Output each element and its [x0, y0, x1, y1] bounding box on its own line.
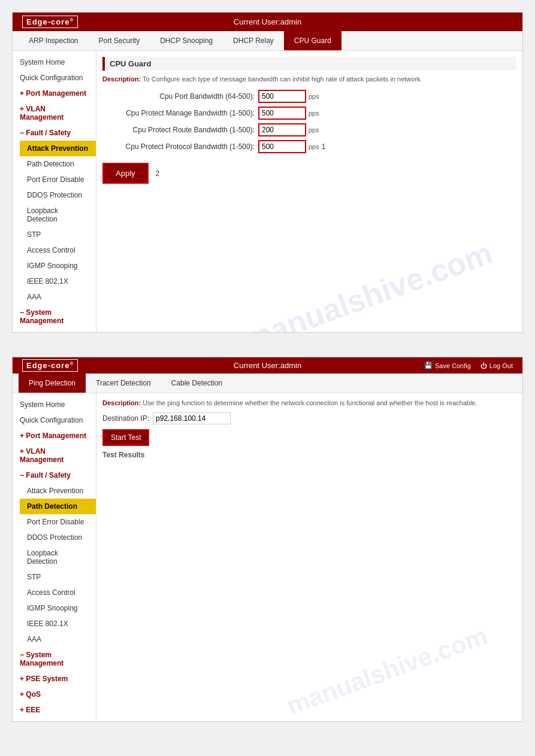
field-input-2[interactable] — [258, 123, 306, 136]
dest-ip-row: Destination IP: — [102, 412, 516, 424]
sidebar-section-fault-safety-2[interactable]: Fault / Safety — [13, 467, 96, 483]
sidebar-item-port-error-disable-1[interactable]: Port Error Disable — [20, 172, 96, 187]
log-out-label: Log Out — [489, 362, 513, 369]
sidebar-item-ieee8021x-2[interactable]: IEEE 802.1X — [20, 616, 96, 631]
tab-arp-inspection[interactable]: ARP Inspection — [19, 31, 89, 50]
logo-1: Edge-core® — [22, 16, 78, 28]
sidebar-item-igmp-snooping-1[interactable]: IGMP Snooping — [20, 258, 96, 274]
main-layout-1: System Home Quick Configuration Port Man… — [13, 51, 522, 332]
current-user-label-2: Current User: — [234, 361, 280, 370]
sidebar-item-ddos-protection-1[interactable]: DDOS Protection — [20, 187, 96, 203]
tab-port-security[interactable]: Port Security — [89, 31, 150, 50]
logo-label-2: Edge-core — [26, 361, 70, 370]
content-area-2: Description: Use the ping function to de… — [96, 393, 522, 721]
page-container: Edge-core® Current User:admin ARP Inspec… — [0, 0, 535, 756]
section-title-1: CPU Guard — [102, 57, 516, 71]
apply-button-1[interactable]: Apply — [102, 163, 149, 184]
panel-2: Edge-core® Current User:admin 💾 Save Con… — [12, 357, 523, 722]
description-text-1: To Configure each type of message bandwi… — [143, 75, 422, 83]
pd-description-text: Use the ping function to determine wheth… — [143, 399, 477, 406]
tab-dhcp-snooping[interactable]: DHCP Snooping — [150, 31, 223, 50]
sidebar-item-aaa-2[interactable]: AAA — [20, 631, 96, 647]
sidebar-item-quick-config-2[interactable]: Quick Configuration — [13, 412, 96, 428]
sidebar-item-system-home-1[interactable]: System Home — [13, 54, 96, 70]
sidebar-item-system-home-2[interactable]: System Home — [13, 397, 96, 412]
panel-1: Edge-core® Current User:admin ARP Inspec… — [12, 12, 523, 333]
field-label-2: Cpu Protect Route Bandwidth (1-500): — [102, 126, 258, 134]
sidebar-item-stp-1[interactable]: STP — [20, 227, 96, 242]
sidebar-item-stp-2[interactable]: STP — [20, 569, 96, 585]
log-out-btn[interactable]: ⏻ Log Out — [480, 362, 513, 369]
sidebar-item-quick-config-1[interactable]: Quick Configuration — [13, 70, 96, 86]
tab-ping-detection[interactable]: Ping Detection — [19, 374, 86, 393]
field-label-0: Cpu Port Bandwidth (64-500): — [102, 92, 258, 101]
sidebar-item-aaa-1[interactable]: AAA — [20, 289, 96, 305]
dest-ip-label: Destination IP: — [102, 414, 149, 423]
form-row-2: Cpu Protect Route Bandwidth (1-500): pps — [102, 123, 516, 136]
sidebar-item-loopback-detection-2[interactable]: Loopback Detection — [20, 545, 96, 569]
current-user-value-1: admin — [280, 17, 301, 26]
sidebar-item-igmp-snooping-2[interactable]: IGMP Snooping — [20, 600, 96, 616]
sidebar-item-path-detection-2[interactable]: Path Detection — [20, 499, 96, 514]
tab-dhcp-relay[interactable]: DHCP Relay — [223, 31, 284, 50]
pd-description: Description: Use the ping function to de… — [102, 399, 516, 406]
sidebar-section-pse-system-2[interactable]: PSE System — [13, 671, 96, 687]
dest-ip-input[interactable] — [153, 412, 231, 424]
logo-text-1: Edge-core® — [22, 16, 78, 28]
sidebar-2: System Home Quick Configuration Port Man… — [13, 393, 96, 721]
main-layout-2: System Home Quick Configuration Port Man… — [13, 393, 522, 721]
sidebar-section-vlan-mgmt-2[interactable]: VLAN Management — [13, 444, 96, 467]
annotation-2: 2 — [156, 169, 160, 178]
sidebar-section-system-mgmt-2[interactable]: System Management — [13, 647, 96, 671]
header-actions-2: 💾 Save Config ⏻ Log Out — [424, 362, 513, 369]
sidebar-section-port-mgmt-2[interactable]: Port Management — [13, 428, 96, 444]
current-user-2: Current User:admin — [234, 361, 301, 370]
current-user-value-2: admin — [280, 361, 301, 370]
sidebar-section-qos-2[interactable]: QoS — [13, 687, 96, 702]
field-unit-1: pps — [309, 110, 319, 117]
tab-cable-detection[interactable]: Cable Detection — [161, 374, 232, 393]
logo-label-1: Edge-core — [26, 17, 70, 26]
logo-2: Edge-core® — [22, 359, 78, 372]
field-label-1: Cpu Protect Manage Bandwidth (1-500): — [102, 109, 258, 117]
tab-tracert-detection[interactable]: Tracert Detection — [86, 374, 161, 393]
sidebar-item-access-control-1[interactable]: Access Control — [20, 242, 96, 258]
sidebar-section-port-mgmt-1[interactable]: Port Management — [13, 86, 96, 101]
sidebar-item-port-error-disable-2[interactable]: Port Error Disable — [20, 514, 96, 530]
field-input-3[interactable] — [258, 140, 306, 153]
form-row-1: Cpu Protect Manage Bandwidth (1-500): pp… — [102, 107, 516, 120]
nav-tabs-2: Ping Detection Tracert Detection Cable D… — [13, 374, 522, 393]
current-user-1: Current User:admin — [234, 17, 301, 26]
current-user-label-1: Current User: — [234, 17, 280, 26]
logout-icon: ⏻ — [480, 362, 487, 369]
field-unit-3: pps — [309, 143, 319, 150]
form-row-0: Cpu Port Bandwidth (64-500): pps — [102, 90, 516, 103]
sidebar-item-access-control-2[interactable]: Access Control — [20, 585, 96, 600]
field-input-1[interactable] — [258, 107, 306, 120]
sidebar-item-attack-prevention-1[interactable]: Attack Prevention — [20, 141, 96, 156]
sidebar-item-attack-prevention-2[interactable]: Attack Prevention — [20, 483, 96, 499]
sidebar-item-ddos-protection-2[interactable]: DDOS Protection — [20, 530, 96, 545]
sidebar-section-system-mgmt-1[interactable]: System Management — [13, 305, 96, 329]
sidebar-1: System Home Quick Configuration Port Man… — [13, 51, 96, 332]
save-config-btn[interactable]: 💾 Save Config — [424, 362, 471, 369]
header-bar-2: Edge-core® Current User:admin 💾 Save Con… — [13, 357, 522, 374]
description-label-1: Description: — [102, 75, 141, 83]
sidebar-section-vlan-mgmt-1[interactable]: VLAN Management — [13, 101, 96, 125]
test-results-label: Test Results — [102, 451, 516, 459]
field-label-3: Cpu Protect Protocol Bandwidth (1-500): — [102, 142, 258, 151]
field-input-0[interactable] — [258, 90, 306, 103]
sidebar-item-path-detection-1[interactable]: Path Detection — [20, 156, 96, 172]
field-unit-0: pps — [309, 93, 319, 100]
sidebar-section-fault-safety-1[interactable]: Fault / Safety — [13, 125, 96, 141]
pd-description-label: Description: — [102, 399, 141, 406]
start-test-button[interactable]: Start Test — [102, 429, 149, 446]
sidebar-item-ieee8021x-1[interactable]: IEEE 802.1X — [20, 274, 96, 289]
sidebar-item-loopback-detection-1[interactable]: Loopback Detection — [20, 203, 96, 227]
form-row-3: Cpu Protect Protocol Bandwidth (1-500): … — [102, 140, 516, 153]
logo-tm-1: ® — [70, 17, 74, 23]
sidebar-section-eee-2[interactable]: EEE — [13, 702, 96, 718]
header-bar-1: Edge-core® Current User:admin — [13, 13, 522, 31]
save-icon: 💾 — [424, 362, 433, 369]
tab-cpu-guard[interactable]: CPU Guard — [284, 31, 341, 50]
